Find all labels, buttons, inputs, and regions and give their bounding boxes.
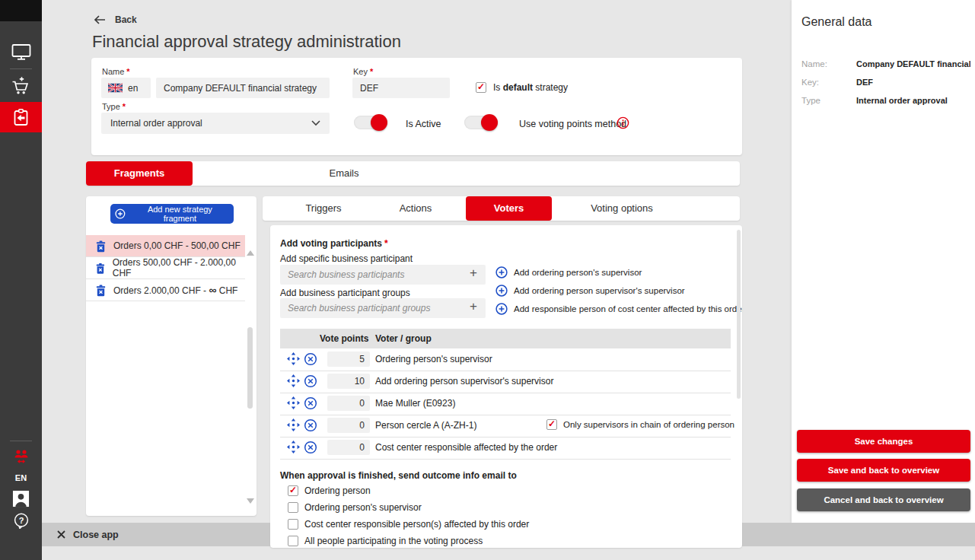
outcome-checkbox[interactable] [288, 502, 298, 513]
outcome-email-heading: When approval is finished, send outcome … [280, 470, 517, 481]
is-default-checkbox[interactable] [476, 82, 486, 93]
add-supervisor-link[interactable]: Add ordering person's supervisor [495, 263, 742, 282]
plus-circle-icon [115, 208, 126, 219]
move-row-icon[interactable] [287, 418, 300, 431]
remove-row-icon[interactable] [304, 374, 317, 388]
move-row-icon[interactable] [287, 396, 300, 409]
vote-table-row: Ordering person's supervisor [280, 348, 731, 371]
outcome-label: All people participating in the voting p… [304, 536, 483, 546]
vote-points-input[interactable] [327, 440, 370, 455]
strategy-name-input[interactable] [156, 78, 330, 98]
type-select-value: Internal order approval [110, 118, 202, 129]
type-label: Type* [102, 102, 126, 111]
vote-points-input[interactable] [327, 396, 370, 411]
fragment-item[interactable]: Orders 2.000,00 CHF - ∞ CHF [86, 279, 245, 301]
col-vote-points: Vote points [320, 333, 368, 344]
nav-divider-bottom [10, 441, 32, 441]
fragment-tabbar: Triggers Actions Voters Voting options [263, 196, 740, 221]
cart-nav-button[interactable] [0, 75, 42, 97]
fragment-item[interactable]: Orders 0,00 CHF - 500,00 CHF [86, 235, 245, 257]
remove-row-icon[interactable] [304, 396, 317, 410]
outcome-checkbox[interactable] [288, 519, 298, 530]
outcome-checkbox[interactable] [288, 485, 298, 496]
general-data-title: General data [801, 15, 872, 29]
voter-name: Cost center responsible affected by the … [375, 442, 557, 453]
tab-triggers[interactable]: Triggers [285, 196, 362, 221]
col-voter-group: Voter / group [375, 333, 432, 344]
fragments-panel: Add new strategy fragment Orders 0,00 CH… [86, 196, 256, 516]
quick-link-label: Add responsible person of cost center af… [514, 304, 742, 313]
remove-row-icon[interactable] [304, 352, 317, 366]
close-app-button[interactable]: Close app [57, 523, 119, 546]
general-data-sidebar: General data Name: Company DEFAULT finan… [792, 0, 975, 523]
type-select[interactable]: Internal order approval [101, 113, 330, 134]
profile-nav-button[interactable] [0, 488, 42, 508]
fragment-label: Orders 500,00 CHF - 2.000,00 CHF [113, 257, 245, 278]
save-changes-button[interactable]: Save changes [797, 430, 970, 453]
gd-type-value: Internal order approval [856, 96, 948, 105]
voting-points-toggle[interactable] [464, 116, 498, 129]
search-groups-input[interactable] [280, 298, 486, 318]
vote-points-input[interactable] [327, 352, 370, 367]
required-asterisk: * [123, 102, 126, 111]
delegation-nav-button[interactable] [0, 447, 42, 466]
move-row-icon[interactable] [287, 441, 300, 453]
remove-row-icon[interactable] [304, 418, 317, 432]
remove-row-icon[interactable] [304, 441, 317, 454]
language-code: en [128, 83, 138, 94]
vote-table-row: Cost center responsible affected by the … [280, 437, 731, 460]
vote-table-row: Add ordering person supervisor's supervi… [280, 371, 731, 393]
name-label: Name* [102, 67, 130, 76]
fragment-item[interactable]: Orders 500,00 CHF - 2.000,00 CHF [86, 257, 245, 279]
delete-fragment-icon[interactable] [95, 240, 107, 253]
delete-fragment-icon[interactable] [95, 284, 107, 297]
tab-voting-options[interactable]: Voting options [576, 196, 668, 221]
is-default-row: Is default strategy [476, 82, 568, 93]
vote-table-row: Mae Muller (E0923) [280, 393, 731, 415]
tab-actions[interactable]: Actions [378, 196, 454, 221]
supervisors-chain-checkbox[interactable] [546, 419, 557, 430]
scroll-up-arrow[interactable] [247, 237, 254, 251]
info-icon[interactable] [617, 116, 629, 129]
is-default-label: Is default strategy [493, 82, 568, 93]
add-cost-center-responsible-link[interactable]: Add responsible person of cost center af… [495, 300, 742, 318]
tab-fragments[interactable]: Fragments [86, 161, 193, 186]
scrollbar-thumb[interactable] [737, 230, 741, 399]
gd-key-label: Key: [801, 78, 819, 87]
language-switch[interactable]: EN [0, 470, 42, 485]
save-back-button[interactable]: Save and back to overview [797, 459, 970, 482]
tab-emails[interactable]: Emails [279, 161, 409, 186]
monitor-icon [11, 43, 31, 61]
left-nav: EN ? [0, 0, 42, 560]
outcome-checkbox[interactable] [288, 536, 298, 546]
voting-participants-heading: Add voting participants* [280, 238, 388, 249]
vote-points-input[interactable] [327, 374, 370, 389]
avatar-icon [12, 490, 30, 508]
add-participant-plus-icon[interactable]: + [470, 266, 477, 281]
language-selector[interactable]: en [101, 78, 151, 98]
add-fragment-button[interactable]: Add new strategy fragment [110, 204, 234, 224]
move-row-icon[interactable] [287, 352, 300, 365]
scrollbar-thumb[interactable] [247, 327, 253, 409]
cancel-back-button[interactable]: Cancel and back to overview [797, 488, 970, 511]
help-icon: ? [13, 512, 30, 529]
people-switch-icon [11, 449, 31, 465]
back-button[interactable]: Back [94, 14, 137, 25]
close-app-label: Close app [73, 530, 119, 540]
add-supervisors-supervisor-link[interactable]: Add ordering person supervisor's supervi… [495, 282, 742, 300]
scroll-down-arrow[interactable] [247, 504, 254, 517]
tab-voters[interactable]: Voters [466, 196, 552, 221]
move-row-icon[interactable] [287, 374, 300, 387]
app-root: EN ? Back Financial approval strategy ad… [0, 0, 975, 560]
add-fragment-label: Add new strategy fragment [131, 205, 229, 223]
add-group-plus-icon[interactable]: + [470, 299, 477, 314]
strategy-key-input[interactable] [352, 78, 450, 98]
is-active-toggle[interactable] [354, 116, 387, 129]
approval-admin-nav-button[interactable] [0, 102, 42, 132]
help-nav-button[interactable]: ? [0, 511, 42, 530]
outcome-label: Ordering person's supervisor [304, 502, 422, 513]
vote-points-input[interactable] [327, 418, 370, 433]
delete-fragment-icon[interactable] [95, 262, 106, 275]
search-participants-input[interactable] [280, 265, 486, 285]
monitor-nav-button[interactable] [0, 41, 42, 62]
